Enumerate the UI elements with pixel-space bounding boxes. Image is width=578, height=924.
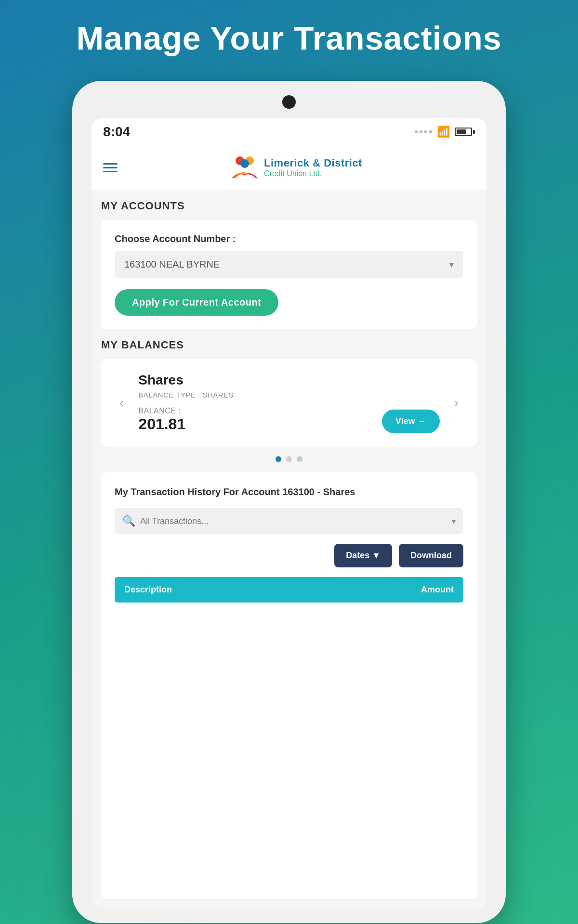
accounts-card: Choose Account Number : 163100 NEAL BYRN… — [101, 220, 477, 329]
signal-icon — [415, 130, 432, 133]
search-icon: 🔍 — [122, 515, 135, 527]
search-row: 🔍 ▾ — [115, 508, 463, 534]
account-value: 163100 NEAL BYRNE — [124, 259, 220, 270]
my-balances-section: MY BALANCES ‹ Shares BALANCE TYPE : SHAR… — [101, 339, 477, 462]
status-time: 8:04 — [103, 124, 130, 140]
apply-current-account-button[interactable]: Apply For Current Account — [115, 289, 278, 316]
balance-content: Shares BALANCE TYPE : SHARES BALANCE : 2… — [129, 372, 449, 433]
transaction-history-section: My Transaction History For Account 16310… — [101, 472, 477, 899]
table-col-description: Description — [124, 585, 172, 595]
logo-name: Limerick & District — [264, 157, 362, 169]
table-col-amount: Amount — [421, 585, 454, 595]
nav-bar: Limerick & District Credit Union Ltd. — [92, 145, 486, 190]
logo-sub: Credit Union Ltd. — [264, 169, 362, 178]
history-title: My Transaction History For Account 16310… — [115, 485, 463, 499]
my-accounts-title: MY ACCOUNTS — [101, 200, 477, 212]
action-row: Dates ▼ Download — [115, 544, 463, 567]
hamburger-menu[interactable] — [103, 163, 118, 172]
phone-camera — [282, 95, 296, 109]
search-input[interactable] — [140, 516, 447, 526]
content-area: MY ACCOUNTS Choose Account Number : 1631… — [92, 190, 486, 909]
battery-icon — [455, 128, 475, 136]
carousel-dots — [101, 456, 477, 462]
svg-point-2 — [240, 159, 249, 168]
logo: Limerick & District Credit Union Ltd. — [118, 153, 475, 182]
my-accounts-section: MY ACCOUNTS Choose Account Number : 1631… — [101, 200, 477, 329]
carousel-dot-2[interactable] — [286, 456, 292, 462]
view-button[interactable]: View → — [382, 410, 440, 433]
logo-text: Limerick & District Credit Union Ltd. — [264, 157, 362, 178]
balance-type: BALANCE TYPE : SHARES — [138, 391, 439, 399]
balance-amount: 201.81 — [138, 415, 185, 433]
phone-screen: 8:04 📶 — [92, 118, 486, 909]
carousel-dot-3[interactable] — [297, 456, 302, 462]
carousel-dot-1[interactable] — [276, 456, 281, 462]
carousel-left-arrow[interactable]: ‹ — [115, 395, 129, 411]
account-label: Choose Account Number : — [115, 233, 463, 244]
carousel-right-arrow[interactable]: › — [449, 395, 463, 411]
my-balances-title: MY BALANCES — [101, 339, 477, 351]
page-title: Manage Your Transactions — [76, 19, 501, 57]
status-icons: 📶 — [415, 126, 475, 138]
wifi-icon: 📶 — [437, 126, 450, 138]
table-header: Description Amount — [115, 577, 463, 603]
phone-frame: 8:04 📶 — [72, 81, 506, 923]
logo-icon — [230, 153, 259, 182]
balance-info: BALANCE : 201.81 — [138, 407, 185, 433]
chevron-down-icon: ▾ — [449, 259, 454, 270]
dates-button[interactable]: Dates ▼ — [334, 544, 392, 567]
search-chevron-icon: ▾ — [452, 517, 456, 526]
balance-row: BALANCE : 201.81 View → — [138, 407, 439, 433]
balance-title: Shares — [138, 372, 439, 388]
account-number-select[interactable]: 163100 NEAL BYRNE ▾ — [115, 251, 463, 278]
download-button[interactable]: Download — [399, 544, 463, 567]
status-bar: 8:04 📶 — [92, 118, 486, 145]
balance-card: ‹ Shares BALANCE TYPE : SHARES BALANCE :… — [101, 359, 477, 447]
balance-label: BALANCE : — [138, 407, 185, 415]
